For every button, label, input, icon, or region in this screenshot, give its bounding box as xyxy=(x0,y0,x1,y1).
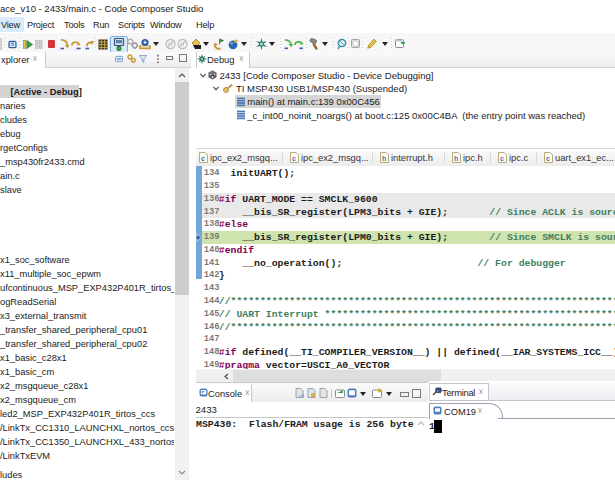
svg-text:h: h xyxy=(454,155,458,162)
svg-text:c: c xyxy=(201,155,205,162)
svg-text:c: c xyxy=(292,155,296,162)
svg-text:c: c xyxy=(500,155,504,162)
svg-text:h: h xyxy=(382,155,386,162)
svg-text:c: c xyxy=(546,155,550,162)
